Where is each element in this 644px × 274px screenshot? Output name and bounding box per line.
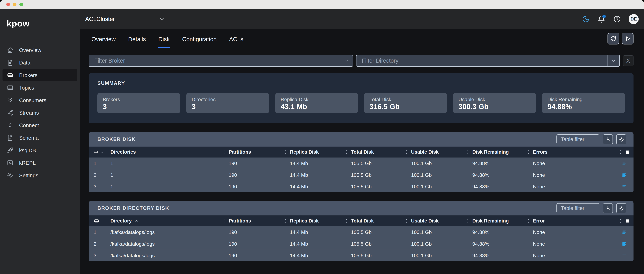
table-row[interactable]: 3 /kafka/datalogs/logs 190 14.4 Mb 105.5… <box>89 250 634 261</box>
cell-replica-disk: 14.4 Mb <box>283 230 344 235</box>
cell-errors: None <box>526 160 615 166</box>
column-label: Partitions <box>229 149 251 155</box>
row-menu-icon[interactable] <box>615 172 634 178</box>
user-avatar[interactable]: DE <box>629 14 639 24</box>
sidebar-item-ksqldb[interactable]: ksqlDB <box>2 144 77 156</box>
kebab-menu-icon[interactable] <box>618 149 623 155</box>
column-header-directories[interactable]: Directories <box>104 146 222 158</box>
row-menu-icon[interactable] <box>615 184 634 189</box>
sidebar-item-overview[interactable]: Overview <box>2 44 77 56</box>
download-button[interactable] <box>603 134 613 144</box>
table-filter-input[interactable] <box>556 134 599 144</box>
column-header-error[interactable]: Error <box>526 216 615 226</box>
tab-overview[interactable]: Overview <box>92 36 116 48</box>
table-row[interactable]: 1 /kafka/datalogs/logs 190 14.4 Mb 105.5… <box>89 226 634 238</box>
column-header-replica-disk[interactable]: Replica Disk <box>283 146 344 158</box>
cell-directory: /kafka/datalogs/logs <box>104 241 222 247</box>
kebab-menu-icon[interactable] <box>222 149 226 155</box>
clear-filters-button[interactable]: X <box>623 56 634 66</box>
column-label: Total Disk <box>351 149 374 155</box>
column-header-total-disk[interactable]: Total Disk <box>344 216 404 226</box>
sidebar-item-settings[interactable]: Settings <box>2 169 77 182</box>
sidebar-item-connect[interactable]: Connect <box>2 119 77 132</box>
close-window-button[interactable] <box>6 3 10 6</box>
sidebar-item-data[interactable]: Data <box>2 56 77 69</box>
kebab-menu-icon[interactable] <box>466 218 470 224</box>
table-settings-button[interactable] <box>616 134 626 144</box>
cluster-selector[interactable]: ACLCluster <box>85 16 165 22</box>
table-row[interactable]: 2 1 190 14.4 Mb 105.5 Gb 100.1 Gb 94.88%… <box>89 169 634 181</box>
card-label: Usable Disk <box>458 96 530 102</box>
table-row[interactable]: 1 1 190 14.4 Mb 105.5 Gb 100.1 Gb 94.88%… <box>89 158 634 169</box>
column-header-partitions[interactable]: Partitions <box>222 146 283 158</box>
tab-acls[interactable]: ACLs <box>229 36 243 48</box>
notifications-bell-icon[interactable] <box>597 15 606 23</box>
kebab-menu-icon[interactable] <box>404 218 409 224</box>
column-header-broker[interactable] <box>89 216 104 226</box>
table-settings-button[interactable] <box>616 203 626 213</box>
sidebar-item-krepl[interactable]: kREPL <box>2 156 77 169</box>
column-header-usable-disk[interactable]: Usable Disk <box>404 216 466 226</box>
kebab-menu-icon[interactable] <box>344 149 349 155</box>
kebab-menu-icon[interactable] <box>344 218 349 224</box>
cell-usable-disk: 100.1 Gb <box>404 253 466 258</box>
row-menu-icon[interactable] <box>615 242 634 246</box>
chevron-down-icon[interactable] <box>341 55 353 66</box>
sidebar-item-topics[interactable]: Topics <box>2 82 77 94</box>
column-header-errors[interactable]: Errors <box>526 146 615 158</box>
sidebar-item-label: Brokers <box>19 72 38 78</box>
cell-disk-remaining: 94.88% <box>466 160 526 166</box>
column-header-disk-remaining[interactable]: Disk Remaining <box>466 146 526 158</box>
tab-disk[interactable]: Disk <box>158 36 170 48</box>
dark-mode-moon-icon[interactable] <box>582 15 590 23</box>
column-header-directory[interactable]: Directory <box>104 216 222 226</box>
sidebar-item-brokers[interactable]: Brokers <box>2 69 77 82</box>
row-menu-icon[interactable] <box>615 161 634 166</box>
sidebar-item-schema[interactable]: Schema <box>2 132 77 144</box>
cell-disk-remaining: 94.88% <box>466 241 526 247</box>
row-menu-icon[interactable] <box>615 253 634 258</box>
sidebar-item-streams[interactable]: Streams <box>2 106 77 119</box>
kebab-menu-icon[interactable] <box>404 149 409 155</box>
kebab-menu-icon[interactable] <box>618 218 623 224</box>
tab-configuration[interactable]: Configuration <box>182 36 216 48</box>
cell-directories: 1 <box>104 172 222 178</box>
cell-disk-remaining: 94.88% <box>466 253 526 258</box>
columns-menu-icon[interactable] <box>625 218 630 223</box>
kebab-menu-icon[interactable] <box>283 218 288 224</box>
column-header-disk-remaining[interactable]: Disk Remaining <box>466 216 526 226</box>
kebab-menu-icon[interactable] <box>526 218 531 224</box>
kebab-menu-icon[interactable] <box>222 218 226 224</box>
table-filter-input[interactable] <box>556 203 599 213</box>
tab-details[interactable]: Details <box>128 36 146 48</box>
column-header-total-disk[interactable]: Total Disk <box>344 146 404 158</box>
maximize-window-button[interactable] <box>20 3 23 6</box>
broker-filter-select <box>89 55 353 67</box>
column-header-menu[interactable] <box>615 216 634 226</box>
kebab-menu-icon[interactable] <box>466 149 470 155</box>
column-header-partitions[interactable]: Partitions <box>222 216 283 226</box>
play-button[interactable] <box>622 33 634 44</box>
column-header-broker[interactable] <box>89 146 104 158</box>
kebab-menu-icon[interactable] <box>526 149 531 155</box>
directory-filter-input[interactable] <box>356 55 608 66</box>
refresh-button[interactable] <box>608 33 619 44</box>
sidebar-item-consumers[interactable]: Consumers <box>2 94 77 106</box>
chevron-down-icon[interactable] <box>608 55 620 66</box>
minimize-window-button[interactable] <box>13 3 16 6</box>
kebab-menu-icon[interactable] <box>283 149 288 155</box>
column-header-menu[interactable] <box>615 146 634 158</box>
chevron-down-icon <box>158 16 165 22</box>
column-header-usable-disk[interactable]: Usable Disk <box>404 146 466 158</box>
column-label: Disk Remaining <box>472 149 509 155</box>
table-row[interactable]: 2 /kafka/datalogs/logs 190 14.4 Mb 105.5… <box>89 238 634 250</box>
download-button[interactable] <box>603 203 613 213</box>
broker-filter-input[interactable] <box>89 55 341 66</box>
gear-icon <box>618 136 624 142</box>
cell-replica-disk: 14.4 Mb <box>283 241 344 247</box>
table-row[interactable]: 3 1 190 14.4 Mb 105.5 Gb 100.1 Gb 94.88%… <box>89 181 634 192</box>
row-menu-icon[interactable] <box>615 230 634 235</box>
help-icon[interactable] <box>613 15 621 23</box>
columns-menu-icon[interactable] <box>625 150 630 154</box>
column-header-replica-disk[interactable]: Replica Disk <box>283 216 344 226</box>
